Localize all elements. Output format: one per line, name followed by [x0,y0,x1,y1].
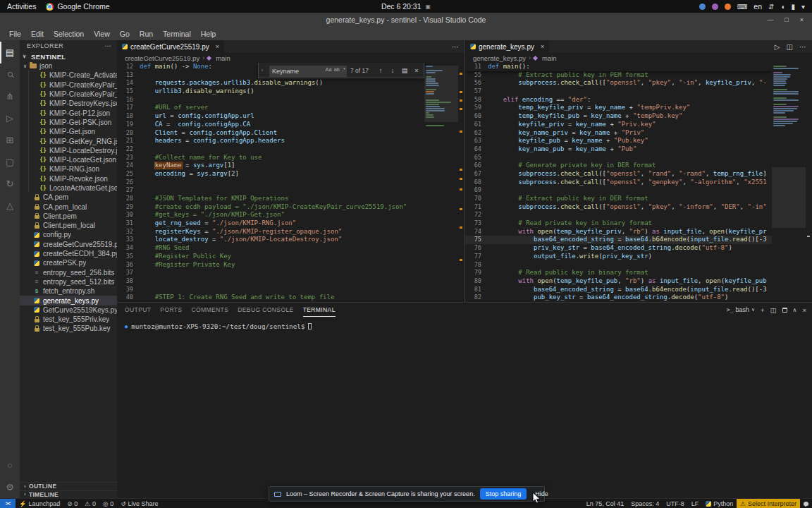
code-line[interactable]: 74 with open(temp_keyfile_priv, "rb") as… [465,228,772,236]
code-line[interactable]: 64 key_name_pub = key_name + "Pub" [465,145,772,154]
panel-tab-output[interactable]: OUTPUT [125,303,151,317]
code-editor-right[interactable]: 11def main():55 # Extract public key in … [465,63,812,302]
editor-tab-generate_keys[interactable]: generate_keys.py × [465,40,549,53]
editor-more-actions-icon[interactable]: ⋯ [452,43,459,51]
code-line[interactable]: 40 #STEP 1: Create RNG Seed and write to… [117,294,424,302]
code-line[interactable]: 79 # Read public key in binary format [465,269,772,277]
close-find-icon[interactable]: × [412,67,421,74]
tab-close-icon[interactable]: × [541,43,544,50]
stop-sharing-button[interactable]: Stop sharing [480,488,527,500]
activitybar-source-control[interactable]: ⋔ [0,85,20,107]
code-line[interactable]: 18 url = config.configApp.url [117,112,424,121]
new-terminal-icon[interactable]: + [761,306,765,314]
file-KMIP-GetKey_RNG.json[interactable]: {}KMIP-GetKey_RNG.json [20,136,117,145]
breadcrumb-symbol[interactable]: main [542,54,557,62]
menu-edit[interactable]: Edit [26,30,49,38]
outline-section[interactable]: › OUTLINE [20,482,117,490]
panel-tab-comments[interactable]: COMMENTS [191,303,228,317]
code-line[interactable]: 77 output_file.write(priv_key_str) [465,253,772,261]
status-cursor-position[interactable]: Ln 75, Col 41 [583,499,628,508]
code-line[interactable]: 14 requests.packages.urllib3.disable_war… [117,79,424,87]
maximize-panel-icon[interactable]: ∧ [793,307,797,313]
file-createGetCurve25519.py[interactable]: createGetCurve25519.py [20,240,117,249]
breadcrumb-file[interactable]: createGetCurve25519.py [125,54,199,62]
menu-run[interactable]: Run [135,30,158,38]
code-lines[interactable]: 12def main() -> None:1314 requests.packa… [117,63,424,302]
code-lines[interactable]: 11def main():55 # Extract public key in … [465,63,772,302]
activitybar-live-share[interactable]: ↻ [0,173,20,195]
activitybar-remote-explorer[interactable]: ▢ [0,151,20,173]
file-entropy_seed_512.bits[interactable]: ≡entropy_seed_512.bits [20,277,117,286]
workspace-section-header[interactable]: ∨ SENTINEL [20,52,117,61]
file-KMIP-LocateGet.json[interactable]: {}KMIP-LocateGet.json [20,155,117,164]
code-line[interactable]: 19 CA = config.configApp.CA [117,121,424,129]
activitybar-extensions[interactable]: ⊞ [0,129,20,151]
app-indicator-blue[interactable] [699,4,706,10]
status-eol[interactable]: LF [688,499,703,508]
code-line[interactable]: 82 pub_key_str = base64_encoded_string.d… [465,294,772,302]
code-line[interactable]: 16 [117,96,424,104]
code-line[interactable]: 20 Client = config.configApp.Client [117,129,424,138]
clock-menu[interactable]: Dec 6 20:31 ▣ [381,2,431,11]
code-line[interactable]: 76 priv_key_str = base64_encoded_string.… [465,244,772,253]
panel-tab-ports[interactable]: PORTS [160,303,182,317]
activitybar-settings[interactable]: ⚙ [0,476,20,498]
menu-go[interactable]: Go [115,30,135,38]
code-line[interactable]: 21 headers = config.configApp.headers [117,137,424,145]
breadcrumb[interactable]: generate_keys.py › main [465,53,812,63]
app-indicator-purple[interactable] [712,4,718,10]
find-in-selection-icon[interactable]: ▤ [400,67,409,74]
file-CA.pem_local[interactable]: CA.pem_local [20,202,117,211]
status-launchpad[interactable]: ⚡Launchpad [16,499,63,508]
breadcrumb[interactable]: createGetCurve25519.py › main [117,53,465,63]
whole-word-icon[interactable]: ab [334,66,340,73]
split-editor-icon[interactable]: ◫ [787,43,793,51]
file-KMIP-Get-P12.json[interactable]: {}KMIP-Get-P12.json [20,108,117,117]
activitybar-search[interactable] [0,64,20,85]
code-line[interactable]: 39 [117,286,424,294]
status-select-interpreter[interactable]: ⚠Select Interpreter [737,499,800,508]
regex-icon[interactable]: .* [342,66,345,73]
code-line[interactable]: 35 #Register Public Key [117,253,424,261]
code-line[interactable]: 78 [465,261,772,270]
file-KMIP-CreateKeyPair_ECDH_...[interactable]: {}KMIP-CreateKeyPair_ECDH_... [20,90,117,99]
focused-app-menu[interactable]: Google Chrome [46,2,109,11]
code-line[interactable]: 57 [465,87,772,96]
code-line[interactable]: 24 keyName = sys.argv[1] [117,162,424,170]
panel-tab-terminal[interactable]: TERMINAL [303,303,336,317]
code-line[interactable]: 62 key_name_priv = key_name + "Priv" [465,129,772,138]
menu-help[interactable]: Help [196,30,221,38]
file-KMIP-CreateKeyPair_curve2...[interactable]: {}KMIP-CreateKeyPair_curve2... [20,80,117,90]
code-line[interactable]: 29 #create ecdh payload = "./json/KMIP-C… [117,203,424,212]
terminal-shell-selector[interactable]: >_ bash ∨ [727,306,755,313]
file-KMIP-Create_Activate.json[interactable]: {}KMIP-Create_Activate.json [20,71,117,80]
run-python-file-icon[interactable]: ▷ [775,43,780,51]
file-fetch_entropy.sh[interactable]: $fetch_entropy.sh [20,286,117,296]
file-Client.pem_local[interactable]: Client.pem_local [20,221,117,230]
activitybar-testing[interactable]: △ [0,195,20,217]
activitybar-account[interactable]: ○ [0,454,20,476]
find-previous-icon[interactable]: ↑ [376,67,385,74]
menu-selection[interactable]: Selection [49,30,89,38]
code-line[interactable]: 63 keyfile_pub = key_name + "Pub.key" [465,137,772,145]
file-KMIP-Get-PSK.json[interactable]: {}KMIP-Get-PSK.json [20,118,117,127]
minimap-slider[interactable] [772,167,806,228]
file-KMIP-LocateDestroy.json[interactable]: {}KMIP-LocateDestroy.json [20,146,117,155]
code-line[interactable]: 80 with open(temp_keyfile_pub, "rb") as … [465,277,772,286]
status-encoding[interactable]: UTF-8 [663,499,688,508]
tab-close-icon[interactable]: × [216,43,219,50]
menu-file[interactable]: File [4,30,26,38]
code-line[interactable]: 34 #RNG Seed [117,244,424,253]
timeline-section[interactable]: › TIMELINE [20,490,117,499]
status-live-share[interactable]: ↺Live Share [117,499,161,508]
minimap[interactable] [772,63,806,302]
code-line[interactable]: 65 [465,154,772,162]
terminal[interactable]: ● muntoz@muntoz-XPS-9320:~/test/doug/sen… [117,317,812,498]
code-line[interactable]: 66 # Generate private key in DER format [465,162,772,170]
code-line[interactable]: 38 [117,277,424,286]
editor-tab-createGetCurve25519[interactable]: createGetCurve25519.py × [117,40,224,53]
language-indicator[interactable]: en [753,2,762,11]
menu-terminal[interactable]: Terminal [158,30,196,38]
file-KMIP-Revoke.json[interactable]: {}KMIP-Revoke.json [20,174,117,183]
menu-view[interactable]: View [89,30,115,38]
